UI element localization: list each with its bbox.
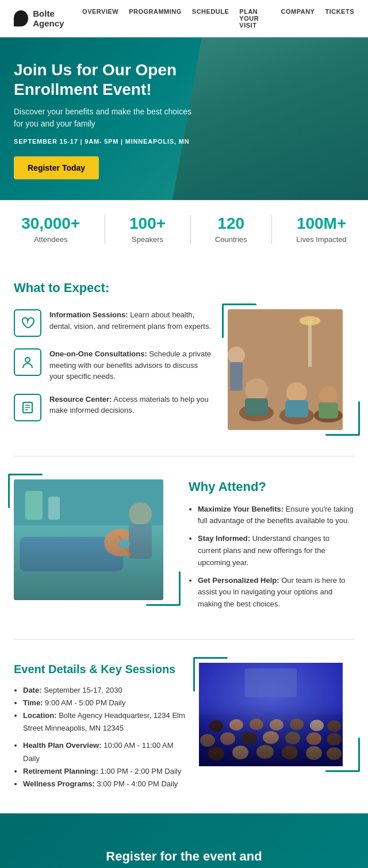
stat-divider-2 (190, 215, 191, 244)
svg-rect-19 (308, 321, 312, 367)
dental-scene-svg (14, 479, 163, 600)
info-sessions-icon-box (14, 309, 41, 337)
svg-rect-13 (285, 400, 308, 417)
consultation-icon-box (14, 348, 41, 376)
dental-image (14, 479, 163, 600)
logo-icon (14, 10, 28, 26)
svg-point-12 (286, 382, 307, 403)
svg-rect-25 (129, 524, 152, 559)
corner-decoration-br-2 (146, 571, 181, 606)
heart-icon (20, 315, 36, 331)
event-details-list: Date: September 15-17, 2030 Time: 9:00 A… (14, 684, 185, 735)
stat-speakers-label: Speakers (129, 235, 166, 244)
corner-decoration-br-3 (325, 738, 360, 772)
stat-lives: 100M+ Lives Impacted (296, 214, 346, 244)
stat-speakers-value: 100+ (129, 214, 166, 233)
hero-bg: Join Us for Our Open Enrollment Event! D… (0, 37, 368, 200)
expect-text-1: One-on-One Consultations: Schedule a pri… (49, 348, 214, 382)
hero-title: Join Us for Our Open Enrollment Event! (14, 60, 192, 99)
hero-section: Join Us for Our Open Enrollment Event! D… (0, 37, 368, 200)
event-date-label: Date: (23, 686, 42, 694)
stats-bar: 30,000+ Attendees 100+ Speakers 120 Coun… (0, 200, 368, 258)
book-icon (20, 400, 36, 416)
svg-point-23 (104, 529, 136, 556)
expect-title-2: Resource Center: (49, 395, 112, 404)
expect-text-0: Information Sessions: Learn about health… (49, 309, 214, 332)
svg-point-2 (25, 358, 30, 362)
event-sessions-list: Health Plan Overview: 10:00 AM - 11:00 A… (14, 739, 185, 790)
hero-description: Discover your benefits and make the best… (14, 106, 192, 130)
why-item-0: Maximize Your Benefits: Ensure you're ta… (198, 504, 354, 528)
what-to-expect-title: What to Expect: (14, 281, 354, 295)
stat-speakers: 100+ Speakers (129, 214, 166, 244)
event-session-0: Health Plan Overview: 10:00 AM - 11:00 A… (23, 739, 185, 765)
expect-item-1: One-on-One Consultations: Schedule a pri… (14, 348, 214, 382)
nav-tickets[interactable]: TICKETS (325, 8, 354, 29)
why-item-title-2: Get Personalized Help: (198, 576, 279, 585)
event-details-title: Event Details & Key Sessions (14, 663, 185, 676)
svg-point-27 (118, 539, 130, 548)
svg-point-20 (300, 316, 320, 325)
stat-countries: 120 Countries (215, 214, 247, 244)
nav-links: OVERVIEW PROGRAMMING SCHEDULE PLAN YOUR … (82, 8, 354, 29)
expect-item-2: Resource Center: Access materials to hel… (14, 394, 214, 421)
event-date-value: September 15-17, 2030 (44, 686, 122, 694)
event-session-title-2: Wellness Programs: (23, 779, 95, 788)
event-session-value-1: 1:00 PM - 2:00 PM Daily (100, 767, 181, 775)
expect-item-0: Information Sessions: Learn about health… (14, 309, 214, 337)
why-item-1: Stay Informed: Understand changes to cur… (198, 533, 354, 569)
hero-date: SEPTEMBER 15-17 | 9AM- 5PM | MINNEAPOLIS… (14, 138, 192, 145)
event-location-label: Location: (23, 711, 57, 720)
cta-title: Register for the event andbook your free… (23, 848, 345, 868)
event-details-section: Event Details & Key Sessions Date: Septe… (0, 640, 368, 813)
event-date: Date: September 15-17, 2030 (23, 684, 185, 697)
why-attend-content: Why Attend? Maximize Your Benefits: Ensu… (189, 479, 354, 616)
what-to-expect-section: What to Expect: Information Sessions: Le… (0, 258, 368, 456)
resource-icon-box (14, 394, 41, 421)
svg-rect-30 (48, 497, 60, 520)
event-time-label: Time: (23, 698, 43, 707)
person-chat-icon (20, 354, 36, 370)
why-attend-list: Maximize Your Benefits: Ensure you're ta… (189, 504, 354, 610)
nav-programming[interactable]: PROGRAMMING (129, 8, 182, 29)
event-time: Time: 9:00 AM - 5:00 PM Daily (23, 697, 185, 709)
nav-overview[interactable]: OVERVIEW (82, 8, 118, 29)
svg-point-17 (228, 347, 245, 364)
cta-footer-section: Register for the event andbook your free… (0, 813, 368, 868)
why-attend-section: Why Attend? Maximize Your Benefits: Ensu… (0, 456, 368, 639)
why-item-title-1: Stay Informed: (198, 534, 250, 543)
event-session-title-0: Health Plan Overview: (23, 741, 102, 750)
event-details-content: Event Details & Key Sessions Date: Septe… (14, 663, 185, 790)
nav-schedule[interactable]: SCHEDULE (192, 8, 229, 29)
stat-attendees: 30,000+ Attendees (21, 214, 80, 244)
corner-decoration-br (325, 401, 360, 436)
svg-rect-22 (20, 537, 123, 571)
logo[interactable]: Bolte Agency (14, 9, 82, 28)
stat-lives-value: 100M+ (296, 214, 346, 233)
logo-text: Bolte Agency (33, 9, 82, 28)
stat-attendees-label: Attendees (21, 235, 80, 244)
svg-rect-29 (25, 491, 43, 520)
why-item-2: Get Personalized Help: Our team is here … (198, 575, 354, 610)
event-audience-image (199, 663, 343, 766)
why-attend-title: Why Attend? (189, 479, 354, 494)
svg-rect-26 (117, 535, 131, 556)
expect-title-0: Information Sessions: (49, 310, 128, 319)
event-session-1: Retirement Planning: 1:00 PM - 2:00 PM D… (23, 765, 185, 778)
stat-attendees-value: 30,000+ (21, 214, 80, 233)
nav-company[interactable]: COMPANY (281, 8, 315, 29)
expect-title-1: One-on-One Consultations: (49, 349, 147, 358)
hero-register-button[interactable]: Register Today (14, 156, 99, 179)
stat-lives-label: Lives Impacted (296, 235, 346, 244)
hero-photo (172, 37, 368, 200)
expect-items-list: Information Sessions: Learn about health… (14, 309, 214, 433)
svg-rect-0 (26, 320, 29, 321)
hero-content: Join Us for Our Open Enrollment Event! D… (14, 60, 192, 200)
why-item-title-0: Maximize Your Benefits: (198, 505, 283, 513)
event-session-2: Wellness Programs: 3:00 PM - 4:00 PM Dai… (23, 778, 185, 790)
event-location: Location: Bolte Agency Headquartesr, 123… (23, 709, 185, 735)
stat-divider-1 (105, 215, 105, 244)
svg-rect-10 (245, 398, 268, 416)
nav-plan[interactable]: PLAN YOUR VISIT (239, 8, 270, 29)
stat-divider-3 (271, 215, 272, 244)
